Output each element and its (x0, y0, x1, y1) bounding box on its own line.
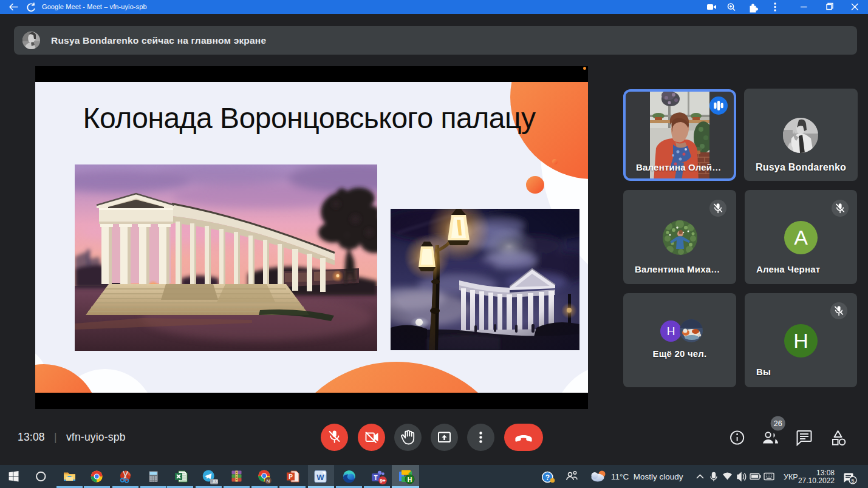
svg-text:УКР: УКР (784, 473, 798, 481)
svg-text:9+: 9+ (380, 478, 386, 484)
svg-text:W: W (316, 473, 324, 482)
svg-text:11°C Mostly cloudy: 11°C Mostly cloudy (611, 472, 683, 481)
svg-text:..88: ..88 (211, 480, 218, 484)
svg-text:H: H (408, 476, 412, 483)
svg-text:N: N (266, 478, 270, 484)
svg-text:P: P (289, 473, 293, 480)
svg-text:13:08: 13:08 (816, 469, 835, 477)
svg-text:5: 5 (851, 478, 854, 484)
svg-text:27.10.2022: 27.10.2022 (798, 476, 835, 485)
svg-text:T: T (374, 475, 377, 481)
svg-text:26: 26 (774, 419, 782, 428)
svg-text:?: ? (545, 473, 550, 482)
